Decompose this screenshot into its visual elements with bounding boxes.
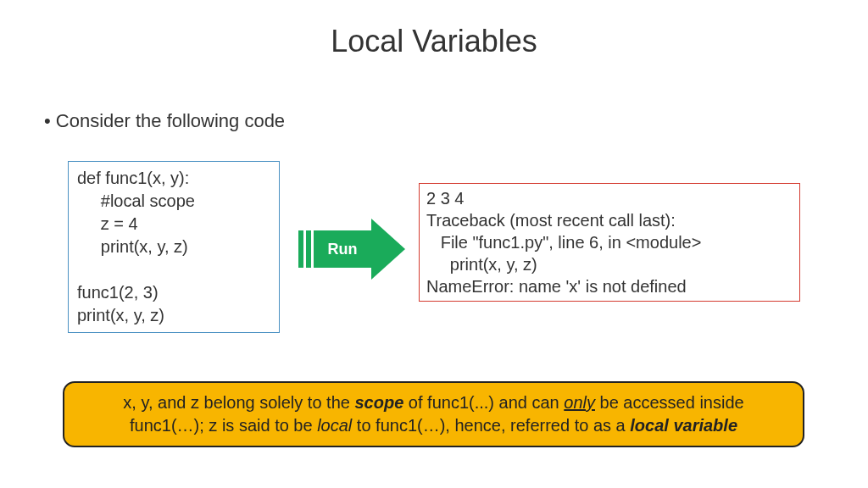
callout-text: be accessed inside [595, 393, 744, 412]
explanation-callout: x, y, and z belong solely to the scope o… [63, 381, 804, 447]
callout-text: func1(…); z is said to be [130, 416, 317, 435]
callout-text: x, y, and z belong solely to the [123, 393, 354, 412]
slide-title: Local Variables [0, 24, 868, 59]
code-sample-box: def func1(x, y): #local scope z = 4 prin… [68, 161, 280, 333]
arrow-stripe-icon [298, 230, 303, 268]
arrow-body-icon: Run [314, 230, 371, 268]
bullet-intro: Consider the following code [44, 110, 285, 132]
callout-text: to func1(…), hence, referred to as a [352, 416, 630, 435]
output-box: 2 3 4 Traceback (most recent call last):… [419, 183, 800, 302]
arrow-head-icon [371, 219, 405, 280]
callout-emphasis: local variable [630, 416, 737, 435]
callout-emphasis: scope [354, 393, 403, 412]
callout-italic: local [317, 416, 352, 435]
arrow-stripe-icon [306, 230, 311, 268]
callout-underline: only [564, 393, 595, 412]
run-arrow: Run [298, 212, 409, 288]
callout-text: of func1(...) and can [403, 393, 564, 412]
run-label: Run [328, 241, 358, 258]
